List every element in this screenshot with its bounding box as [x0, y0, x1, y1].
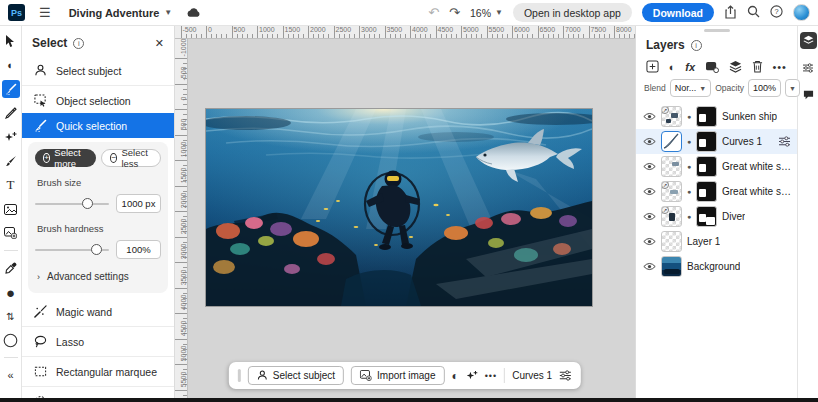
share-icon[interactable] — [724, 5, 737, 21]
import-image-button[interactable]: Import image — [351, 366, 444, 385]
layer-row-great-white-shark-copy[interactable]: ● Great white shark co... — [636, 154, 797, 179]
quick-selection-item[interactable]: Quick selection — [22, 113, 174, 138]
more-options-icon[interactable]: ••• — [485, 371, 497, 381]
adjustment-icon[interactable]: ◐ — [451, 369, 458, 383]
layer-row-diver[interactable]: ↗ ● Diver — [636, 204, 797, 229]
layer-name[interactable]: Great white shark co... — [722, 161, 791, 172]
zoom-control[interactable]: 16% ▼ — [470, 7, 503, 19]
layer-name[interactable]: Great white shark — [722, 186, 791, 197]
layer-row-background[interactable]: Background — [636, 254, 797, 279]
select-less-button[interactable]: − Select less — [101, 149, 161, 167]
visibility-eye-icon[interactable] — [642, 237, 656, 246]
search-icon[interactable] — [747, 5, 760, 20]
generative-fill-icon[interactable] — [466, 370, 478, 382]
healing-brush-tool-icon[interactable] — [2, 104, 20, 122]
visibility-eye-icon[interactable] — [642, 162, 656, 171]
adjustments-tab-icon[interactable] — [800, 59, 817, 76]
help-icon[interactable]: ? — [770, 5, 783, 20]
layer-thumbnail[interactable]: ↗ — [661, 106, 682, 127]
layer-thumbnail[interactable] — [661, 231, 682, 252]
user-avatar[interactable] — [793, 4, 810, 21]
opacity-dropdown[interactable]: ▼ — [785, 79, 800, 97]
layer-name[interactable]: Sunken ship — [722, 111, 777, 122]
layer-row-sunken-ship[interactable]: ↗ ● Sunken ship — [636, 104, 797, 129]
layer-thumbnail[interactable] — [661, 256, 682, 277]
menu-icon[interactable]: ☰ — [39, 6, 51, 19]
add-image-tool-icon[interactable] — [2, 224, 20, 242]
blend-mode-select[interactable]: Nor... ▼ — [670, 79, 711, 97]
canvas-area[interactable]: -500050010001500200025003000350040004500… — [175, 26, 635, 402]
move-tool-icon[interactable] — [2, 32, 20, 50]
layer-mask-thumbnail[interactable] — [696, 106, 717, 127]
effects-fx-icon[interactable]: fx — [685, 61, 695, 73]
layer-name[interactable]: Layer 1 — [687, 236, 720, 247]
lasso-item[interactable]: Lasso — [22, 329, 174, 354]
layer-mask-thumbnail[interactable] — [696, 181, 717, 202]
visibility-eye-icon[interactable] — [642, 187, 656, 196]
collapse-toolbar-icon[interactable]: « — [2, 366, 20, 384]
document-image[interactable] — [206, 109, 592, 306]
mask-icon[interactable] — [705, 61, 719, 73]
select-subject-button[interactable]: Select subject — [248, 366, 344, 385]
download-button[interactable]: Download — [642, 3, 714, 22]
add-layer-icon[interactable] — [646, 60, 659, 73]
brush-hardness-value[interactable]: 100% — [116, 240, 161, 259]
magic-wand-item[interactable]: Magic wand — [22, 299, 174, 324]
type-tool-icon[interactable]: T — [2, 176, 20, 194]
brush-size-knob[interactable] — [82, 198, 93, 209]
layer-row-curves-1[interactable]: ● Curves 1 — [636, 129, 797, 154]
layer-stack-icon[interactable] — [729, 60, 742, 73]
delete-trash-icon[interactable] — [752, 60, 763, 73]
layer-mask-thumbnail[interactable] — [696, 131, 717, 152]
adjustment-tool-icon[interactable]: ◐ — [2, 56, 20, 74]
layers-tab-icon[interactable] — [800, 32, 817, 49]
layer-row-great-white-shark[interactable]: ↗ ● Great white shark — [636, 179, 797, 204]
info-icon[interactable]: i — [73, 38, 84, 49]
layer-name[interactable]: Diver — [722, 211, 745, 222]
brush-tool-icon[interactable] — [2, 152, 20, 170]
layer-row-layer-1[interactable]: Layer 1 — [636, 229, 797, 254]
visibility-eye-icon[interactable] — [642, 212, 656, 221]
undo-icon[interactable]: ↶ — [428, 6, 439, 19]
comments-tab-icon[interactable] — [800, 86, 817, 103]
generative-fill-tool-icon[interactable] — [2, 128, 20, 146]
brush-size-value[interactable]: 1000 px — [116, 194, 161, 213]
close-icon[interactable]: ✕ — [155, 37, 164, 50]
layer-name[interactable]: Background — [687, 261, 740, 272]
layer-mask-thumbnail[interactable] — [696, 156, 717, 177]
visibility-eye-icon[interactable] — [642, 262, 656, 271]
open-in-desktop-button[interactable]: Open in desktop app — [513, 3, 632, 22]
layer-name[interactable]: Curves 1 — [722, 136, 762, 147]
opacity-value-box[interactable]: 100% — [748, 79, 781, 97]
chevron-down-icon[interactable]: ▼ — [164, 8, 172, 17]
brush-hardness-slider[interactable] — [35, 249, 109, 251]
select-more-button[interactable]: + Select more — [35, 149, 96, 167]
layer-thumbnail[interactable] — [661, 156, 682, 177]
brush-hardness-knob[interactable] — [91, 244, 102, 255]
properties-sliders-icon[interactable] — [559, 370, 572, 381]
swap-colors-icon[interactable]: ⇅ — [2, 307, 20, 325]
advanced-settings-toggle[interactable]: › Advanced settings — [37, 271, 161, 282]
rectangular-marquee-item[interactable]: Rectangular marquee — [22, 359, 174, 384]
object-selection-item[interactable]: Object selection — [22, 88, 174, 113]
curves-adjustment-thumbnail[interactable] — [661, 131, 682, 152]
adjustment-icon[interactable]: ◐ — [669, 61, 676, 73]
adjustment-sliders-icon[interactable] — [778, 133, 791, 151]
info-icon[interactable]: i — [691, 40, 702, 51]
background-color-swatch[interactable] — [2, 331, 20, 349]
visibility-eye-icon[interactable] — [642, 112, 656, 121]
redo-icon[interactable]: ↷ — [449, 6, 460, 19]
more-options-icon[interactable]: ••• — [772, 61, 787, 73]
drag-handle[interactable] — [238, 369, 241, 382]
image-tool-icon[interactable] — [2, 200, 20, 218]
brush-size-slider[interactable] — [35, 203, 109, 205]
layer-thumbnail[interactable]: ↗ — [661, 206, 682, 227]
quick-selection-tool-icon[interactable] — [2, 80, 20, 98]
layer-thumbnail[interactable]: ↗ — [661, 181, 682, 202]
layer-mask-thumbnail[interactable] — [696, 206, 717, 227]
document-title[interactable]: Diving Adventure — [69, 7, 160, 19]
select-subject-item[interactable]: Select subject — [22, 58, 174, 83]
foreground-color-swatch[interactable]: ● — [2, 283, 20, 301]
visibility-eye-icon[interactable] — [642, 137, 656, 146]
eyedropper-tool-icon[interactable] — [2, 259, 20, 277]
